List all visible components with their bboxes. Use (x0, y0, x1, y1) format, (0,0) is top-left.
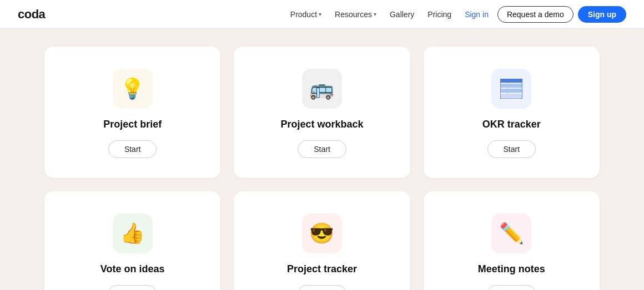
main-content: 💡Project briefStart🚌Project workbackStar… (0, 29, 644, 290)
svg-rect-2 (500, 84, 522, 88)
cards-grid: 💡Project briefStart🚌Project workbackStar… (44, 47, 600, 290)
nav-product[interactable]: Product ▾ (286, 8, 326, 21)
project-workback-start-button[interactable]: Start (298, 140, 346, 158)
nav-pricing[interactable]: Pricing (423, 8, 456, 21)
project-workback-icon-wrap: 🚌 (302, 69, 342, 109)
logo[interactable]: coda (18, 7, 45, 22)
card-project-tracker: 😎Project trackerStart (234, 191, 410, 290)
meeting-notes-start-button[interactable]: Start (487, 285, 536, 290)
project-workback-title: Project workback (280, 119, 363, 130)
signin-link[interactable]: Sign in (460, 8, 493, 21)
meeting-notes-title: Meeting notes (478, 263, 545, 275)
okr-tracker-start-button[interactable]: Start (487, 140, 536, 158)
signup-button[interactable]: Sign up (578, 6, 626, 23)
nav-resources[interactable]: Resources ▾ (330, 8, 381, 21)
card-project-brief: 💡Project briefStart (44, 47, 220, 178)
okr-tracker-title: OKR tracker (482, 119, 541, 130)
navbar: coda Product ▾ Resources ▾ Gallery Prici… (0, 0, 644, 29)
project-tracker-icon-wrap: 😎 (302, 213, 342, 253)
chevron-down-icon: ▾ (319, 11, 321, 17)
project-brief-icon-wrap: 💡 (113, 69, 153, 109)
project-brief-start-button[interactable]: Start (108, 140, 157, 158)
project-tracker-title: Project tracker (287, 263, 357, 275)
vote-on-ideas-start-button[interactable]: Start (108, 285, 157, 290)
card-project-workback: 🚌Project workbackStart (234, 47, 410, 178)
okr-tracker-icon-wrap (491, 69, 531, 109)
project-brief-title: Project brief (103, 119, 162, 130)
vote-on-ideas-icon-wrap: 👍 (113, 213, 153, 253)
meeting-notes-icon-wrap: ✏️ (491, 213, 531, 253)
chevron-down-icon: ▾ (374, 11, 376, 17)
svg-rect-0 (500, 79, 522, 83)
nav-links: Product ▾ Resources ▾ Gallery Pricing Si… (286, 6, 626, 23)
vote-on-ideas-title: Vote on ideas (100, 263, 165, 275)
project-tracker-start-button[interactable]: Start (298, 285, 346, 290)
nav-gallery[interactable]: Gallery (385, 8, 419, 21)
request-demo-button[interactable]: Request a demo (497, 6, 573, 23)
svg-rect-3 (500, 89, 522, 93)
card-meeting-notes: ✏️Meeting notesStart (424, 191, 600, 290)
card-okr-tracker: OKR trackerStart (424, 47, 600, 178)
card-vote-on-ideas: 👍Vote on ideasStart (44, 191, 220, 290)
svg-rect-4 (500, 94, 522, 98)
